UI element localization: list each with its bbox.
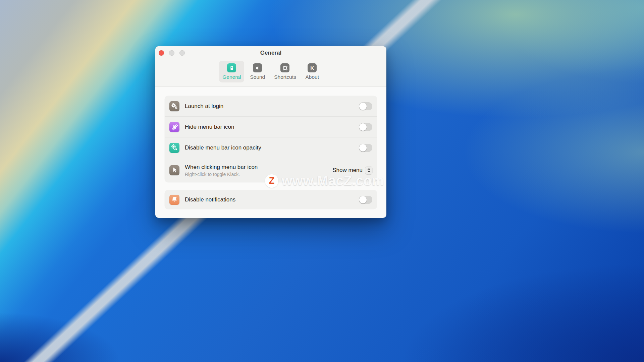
tab-sound[interactable]: Sound [247,61,268,82]
settings-content: Launch at login Hide menu bar icon [155,86,386,219]
cursor-icon [169,165,179,175]
window-titlebar[interactable]: General [155,46,386,60]
settings-window: General General [155,46,386,218]
tab-shortcuts[interactable]: Shortcuts [271,61,299,82]
settings-group-general: Launch at login Hide menu bar icon [165,96,377,182]
tab-about[interactable]: K About [302,61,323,82]
letter-k-icon: K [308,63,317,72]
command-icon [280,63,289,72]
desktop-wallpaper: General General [0,0,644,362]
gears-icon [169,101,179,111]
tab-general[interactable]: General [219,61,244,82]
cursor-slash-icon [169,122,179,132]
tab-general-label: General [222,74,241,80]
row-disable-menu-bar-icon-opacity: Disable menu bar icon opacity [165,137,377,158]
settings-group-notifications: Disable notifications [165,190,377,209]
bell-icon [169,195,179,205]
window-title: General [155,46,386,60]
row-launch-at-login: Launch at login [165,96,377,116]
popup-selected-value: Show menu [332,167,363,174]
disable-menu-bar-icon-opacity-toggle[interactable] [359,144,372,152]
row-label: Disable menu bar icon opacity [185,144,261,151]
launch-at-login-toggle[interactable] [359,102,372,110]
watermark-text: www.MacZ.com [282,173,384,188]
keyboard-key-icon [227,63,236,72]
macz-logo-icon: Z [265,174,278,188]
disable-notifications-toggle[interactable] [359,196,372,204]
watermark: Z www.MacZ.com [265,173,384,188]
row-hide-menu-bar-icon: Hide menu bar icon [165,117,377,137]
sun-warning-icon [169,143,179,153]
tab-shortcuts-label: Shortcuts [274,74,296,80]
row-label: Launch at login [185,103,223,110]
tab-bar: General Sound [155,60,386,86]
row-label: When clicking menu bar icon [185,164,258,171]
speaker-icon [253,63,262,72]
window-chrome: General General [155,46,386,86]
row-label: Disable notifications [185,196,235,203]
row-sublabel: Right-click to toggle Klack. [185,172,258,177]
hide-menu-bar-icon-toggle[interactable] [359,123,372,131]
tab-sound-label: Sound [250,74,265,80]
row-disable-notifications: Disable notifications [165,190,377,209]
row-label: Hide menu bar icon [185,124,234,130]
tab-about-label: About [305,74,319,80]
